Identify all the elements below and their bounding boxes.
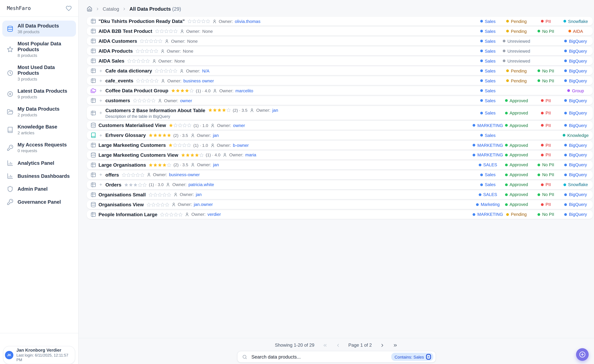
table-row[interactable]: customersOwner:ownerSalesApprovedPIIBigQ… [87, 96, 593, 105]
star-icon[interactable] [182, 143, 187, 147]
plus-icon[interactable] [99, 173, 103, 177]
star-icon[interactable] [176, 88, 180, 93]
star-rating[interactable] [171, 88, 194, 93]
star-rating[interactable] [122, 173, 145, 177]
table-row[interactable]: cafe_eventsOwner:business ownerSalesPend… [87, 76, 593, 85]
heart-icon[interactable] [66, 5, 72, 11]
star-icon[interactable] [164, 69, 168, 73]
star-icon[interactable] [190, 153, 195, 157]
last-page-button[interactable] [393, 343, 398, 348]
owner-value[interactable]: jan [272, 108, 278, 113]
star-icon[interactable] [154, 49, 158, 53]
star-icon[interactable] [136, 59, 141, 63]
star-rating[interactable] [208, 108, 231, 112]
star-icon[interactable] [185, 88, 189, 93]
star-icon[interactable] [155, 69, 159, 73]
table-row[interactable]: Large Organisations(2) · 3.5Owner:janSAL… [87, 160, 593, 169]
sidebar-item-governance-panel[interactable]: Governance Panel [2, 196, 76, 207]
sidebar-item-most-popular-data-products[interactable]: Most Popular Data Products8 products [2, 39, 76, 60]
star-icon[interactable] [153, 133, 157, 137]
sidebar-item-all-data-products[interactable]: All Data Products38 products [2, 20, 76, 37]
star-icon[interactable] [222, 108, 226, 112]
table-row[interactable]: Customers Materialised View(1) · 1.0Owne… [87, 121, 593, 130]
plus-icon[interactable] [99, 133, 103, 137]
star-icon[interactable] [154, 79, 159, 83]
owner-value[interactable]: jan [213, 163, 219, 167]
star-rating[interactable] [127, 59, 150, 63]
star-icon[interactable] [173, 69, 177, 73]
star-icon[interactable] [159, 69, 164, 73]
star-icon[interactable] [127, 59, 131, 63]
star-rating[interactable] [149, 163, 172, 167]
table-row[interactable]: Large Markeeting Customers(1) · 1.0Owner… [87, 141, 593, 150]
star-icon[interactable] [128, 183, 133, 187]
star-icon[interactable] [174, 212, 178, 217]
star-icon[interactable] [147, 202, 151, 207]
sidebar-item-most-used-data-products[interactable]: Most Used Data Products3 products [2, 62, 76, 84]
star-icon[interactable] [186, 153, 190, 157]
star-icon[interactable] [142, 183, 147, 187]
star-icon[interactable] [169, 69, 173, 73]
breadcrumb-catalog[interactable]: Catalog [103, 6, 119, 12]
star-icon[interactable] [173, 143, 177, 147]
star-icon[interactable] [180, 88, 184, 93]
star-icon[interactable] [192, 19, 196, 23]
star-icon[interactable] [226, 108, 230, 112]
star-icon[interactable] [169, 29, 173, 33]
star-icon[interactable] [162, 192, 167, 197]
star-icon[interactable] [151, 98, 155, 103]
star-icon[interactable] [149, 163, 153, 167]
star-icon[interactable] [187, 19, 192, 23]
add-data-product-button[interactable] [576, 348, 589, 361]
star-icon[interactable] [135, 49, 140, 53]
table-row[interactable]: Coffee Data Product Group(1) · 4.0Owner:… [87, 86, 593, 95]
star-icon[interactable] [164, 29, 169, 33]
star-icon[interactable] [169, 123, 173, 127]
star-icon[interactable] [149, 39, 153, 43]
sidebar-item-latest-data-products[interactable]: Latest Data Products9 products [2, 86, 76, 102]
table-row[interactable]: "Dku Tshirts Production Ready Data"Owner… [87, 17, 593, 26]
star-icon[interactable] [145, 59, 150, 63]
star-icon[interactable] [151, 202, 155, 207]
star-icon[interactable] [169, 143, 173, 147]
star-icon[interactable] [141, 59, 145, 63]
star-icon[interactable] [173, 29, 178, 33]
star-icon[interactable] [142, 98, 146, 103]
star-icon[interactable] [140, 173, 144, 177]
star-icon[interactable] [196, 19, 201, 23]
star-icon[interactable] [178, 212, 183, 217]
star-icon[interactable] [153, 163, 158, 167]
owner-value[interactable]: verdier [208, 212, 221, 217]
star-icon[interactable] [181, 153, 185, 157]
plus-icon[interactable] [99, 89, 103, 93]
star-rating[interactable] [136, 79, 159, 83]
table-row[interactable]: offersOwner:business-ownerSalesApprovedN… [87, 170, 593, 179]
star-icon[interactable] [201, 19, 205, 23]
star-rating[interactable] [181, 153, 204, 157]
table-row[interactable]: Customers 2 Base Information About Table… [87, 106, 593, 120]
star-icon[interactable] [137, 98, 142, 103]
star-icon[interactable] [217, 108, 222, 112]
star-rating[interactable] [169, 143, 191, 147]
remove-filter-icon[interactable] [426, 354, 431, 360]
star-rating[interactable] [148, 133, 171, 137]
first-page-button[interactable] [322, 343, 327, 348]
sidebar-item-admin-panel[interactable]: Admin Panel [2, 184, 76, 194]
table-row[interactable]: AIDA CustomersOwner:NoneSalesUnreviewedB… [87, 37, 593, 46]
sidebar-item-analytics-panel[interactable]: Analytics Panel [2, 158, 76, 168]
owner-value[interactable]: maria [245, 153, 256, 157]
star-icon[interactable] [140, 39, 144, 43]
sidebar-item-my-access-requests[interactable]: My Access Requests0 requests [2, 140, 76, 156]
star-icon[interactable] [167, 192, 171, 197]
star-rating[interactable] [147, 202, 169, 207]
star-icon[interactable] [158, 39, 162, 43]
plus-icon[interactable] [99, 99, 103, 102]
star-icon[interactable] [195, 153, 199, 157]
star-icon[interactable] [154, 39, 158, 43]
star-icon[interactable] [124, 183, 128, 187]
star-icon[interactable] [160, 29, 164, 33]
owner-value[interactable]: business-owner [169, 172, 200, 177]
star-icon[interactable] [126, 173, 131, 177]
star-rating[interactable] [155, 69, 178, 73]
prev-page-button[interactable] [335, 343, 340, 348]
